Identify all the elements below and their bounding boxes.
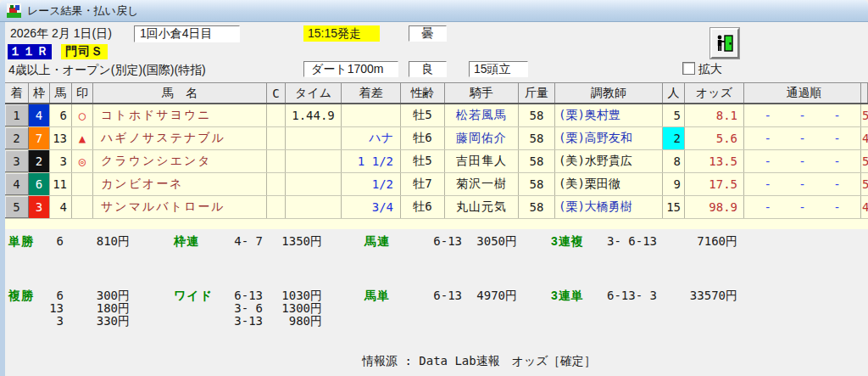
payout-fukusho: 複勝 6 300円 13 180円 3 330円 bbox=[8, 289, 130, 328]
expand-checkbox[interactable] bbox=[682, 62, 695, 75]
margin-cell: ハナ bbox=[342, 127, 401, 149]
field-size-field: 15頭立 bbox=[469, 61, 528, 77]
corner-cell bbox=[267, 196, 286, 218]
passing-cell: - - - bbox=[744, 150, 861, 172]
time-cell bbox=[286, 127, 342, 149]
jockey-cell: 丸山元気 bbox=[445, 196, 519, 218]
jockey-cell: 吉田隼人 bbox=[445, 150, 519, 172]
payout-amount: 3050円 bbox=[462, 235, 517, 248]
pick-mark bbox=[72, 173, 93, 195]
horse-name: ハギノサステナブル bbox=[93, 127, 267, 149]
col-odds: オッズ bbox=[685, 83, 744, 103]
col-horse-no: 馬 bbox=[50, 83, 72, 103]
weight-cell: 58 bbox=[519, 150, 555, 172]
race-number-badge: １１Ｒ bbox=[8, 44, 52, 59]
sex-age-cell: 牡5 bbox=[401, 150, 445, 172]
col-sex-age: 性齢 bbox=[401, 83, 445, 103]
payout-tansho: 単勝 6 810円 bbox=[8, 235, 130, 248]
odds-cell: 13.5 bbox=[685, 150, 744, 172]
horse-number: 6 bbox=[50, 104, 72, 126]
start-time-label: 15:15発走 bbox=[303, 25, 380, 42]
app-horse-icon bbox=[7, 3, 21, 18]
payout-amount: 33570円 bbox=[657, 289, 737, 302]
corner-cell bbox=[267, 173, 286, 195]
odds-cell: 5.6 bbox=[685, 127, 744, 149]
weather-field: 曇 bbox=[409, 25, 447, 42]
payout-combo: 6-13 bbox=[216, 289, 263, 302]
corner-cell bbox=[267, 127, 286, 149]
margin-cell: 1 1/2 bbox=[342, 150, 401, 172]
horse-name: サンマルバトロール bbox=[93, 196, 267, 218]
odds-cell: 17.5 bbox=[685, 173, 744, 195]
popularity-cell: 5 bbox=[663, 104, 685, 126]
payout-type-label: 馬連 bbox=[364, 235, 415, 248]
passing-cell: - - - bbox=[744, 173, 861, 195]
passing-cell: - - - bbox=[744, 127, 861, 149]
col-jockey: 騎手 bbox=[445, 83, 519, 103]
corner-cell bbox=[267, 104, 286, 126]
sex-age-cell: 牡7 bbox=[401, 173, 445, 195]
frame-badge: 6 bbox=[29, 173, 50, 195]
finish-pos: 4 bbox=[5, 173, 29, 195]
payout-amount: 1350円 bbox=[263, 235, 322, 248]
meeting-field: 1回小倉4日目 bbox=[134, 25, 240, 42]
race-name-label: 門司Ｓ bbox=[61, 44, 108, 59]
payout-combo: 3- 6 bbox=[216, 302, 263, 315]
popularity-cell: 8 bbox=[663, 150, 685, 172]
sex-age-cell: 牡5 bbox=[401, 104, 445, 126]
pick-mark bbox=[72, 196, 93, 218]
col-trainer: 調教師 bbox=[555, 83, 663, 103]
sex-age-cell: 牡6 bbox=[401, 127, 445, 149]
col-popularity: 人 bbox=[663, 83, 685, 103]
race-conditions: 4歳以上・オープン(別定)(国際)(特指) bbox=[8, 63, 206, 78]
horse-number: 4 bbox=[50, 196, 72, 218]
exit-button[interactable] bbox=[710, 28, 739, 59]
payout-combo: 6-13 bbox=[415, 289, 462, 302]
table-row: 1 4 6 ○ コトホドサヨウニ 1.44.9 牡5 松若風馬 58 (栗)奥村… bbox=[5, 104, 868, 127]
weight-cell: 58 bbox=[519, 173, 555, 195]
margin-cell: 1/2 bbox=[342, 173, 401, 195]
payout-combo: 6 bbox=[41, 289, 64, 302]
payout-combo: 4- 7 bbox=[216, 235, 263, 248]
frame-badge: 3 bbox=[29, 196, 50, 218]
data-source-note: 情報源 : Data Lab速報 オッズ［確定］ bbox=[362, 354, 596, 369]
horse-number: 11 bbox=[50, 173, 72, 195]
trainer-cell: (栗)高野友和 bbox=[555, 127, 663, 149]
payout-umatan: 馬単 6-13 4970円 bbox=[364, 289, 517, 302]
col-corner: C bbox=[267, 83, 286, 103]
weight-cell: 58 bbox=[519, 196, 555, 218]
frame-badge: 4 bbox=[29, 104, 50, 126]
weight-cell: 58 bbox=[519, 127, 555, 149]
clipped-cell: 5 bbox=[861, 150, 868, 172]
odds-cell: 98.9 bbox=[685, 196, 744, 218]
title-bar: レース結果・払い戻し bbox=[0, 0, 868, 22]
payout-type-label: 単勝 bbox=[8, 235, 41, 248]
popularity-cell: 2 bbox=[663, 127, 685, 149]
payout-combo: 3-13 bbox=[216, 315, 263, 328]
trainer-cell: (美)水野貴広 bbox=[555, 150, 663, 172]
time-cell bbox=[286, 173, 342, 195]
payout-type-label: 複勝 bbox=[8, 289, 41, 302]
payout-amount: 330円 bbox=[64, 315, 130, 328]
finish-pos: 5 bbox=[5, 196, 29, 218]
expand-checkbox-label: 拡大 bbox=[698, 62, 722, 77]
col-weight: 斤量 bbox=[519, 83, 555, 103]
payout-type-label: 馬単 bbox=[364, 289, 415, 302]
horse-number: 13 bbox=[50, 127, 72, 149]
odds-cell: 8.1 bbox=[685, 104, 744, 126]
col-horse-name: 馬 名 bbox=[93, 83, 267, 103]
jockey-cell: 菊沢一樹 bbox=[445, 173, 519, 195]
payout-combo: 13 bbox=[41, 302, 64, 315]
table-empty-strip bbox=[5, 219, 868, 229]
pick-mark: ○ bbox=[72, 104, 93, 126]
payout-sanrenpuku: 3連複 3- 6-13 7160円 bbox=[551, 235, 737, 248]
table-row: 3 2 3 ◎ クラウンシエンタ 1 1/2 牡5 吉田隼人 58 (美)水野貴… bbox=[5, 150, 868, 173]
payout-combo: 6 bbox=[41, 235, 64, 248]
payout-amount: 4970円 bbox=[462, 289, 517, 302]
going-field: 良 bbox=[409, 61, 447, 77]
trainer-cell: (美)栗田徹 bbox=[555, 173, 663, 195]
payout-amount: 1300円 bbox=[263, 302, 322, 315]
payout-type-label: ワイド bbox=[174, 289, 216, 302]
table-row: 4 6 11 カンビオーネ 1/2 牡7 菊沢一樹 58 (美)栗田徹 9 17… bbox=[5, 173, 868, 196]
clipped-cell: 5 bbox=[861, 104, 868, 126]
